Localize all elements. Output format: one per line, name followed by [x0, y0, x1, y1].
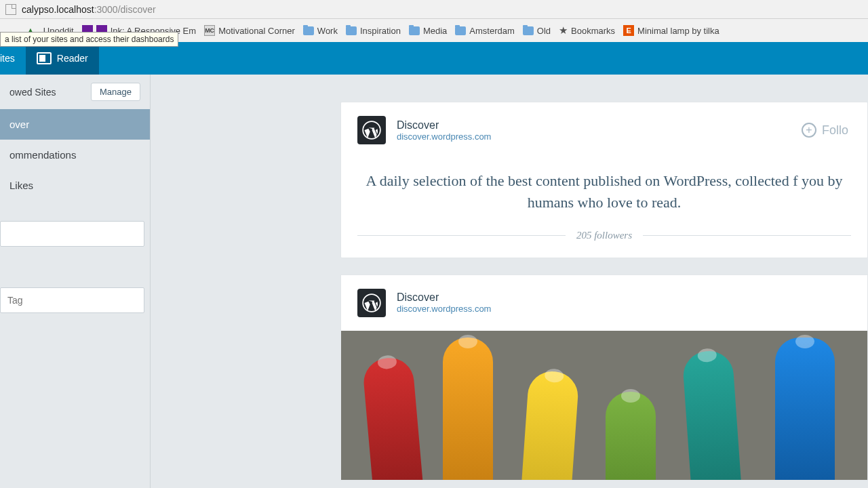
post-header: Discover discover.wordpress.com — [341, 275, 867, 331]
post-title: Discover — [397, 291, 491, 304]
follow-button[interactable]: + Follo — [802, 123, 851, 138]
sidebar-item-recommendations[interactable]: ommendations — [0, 140, 150, 170]
folder-icon — [455, 26, 466, 35]
bookmark-label: Work — [317, 26, 338, 36]
star-icon: ★ — [559, 24, 568, 37]
crayon-yellow — [519, 369, 579, 479]
post-featured-image — [341, 331, 867, 480]
main-content: Discover discover.wordpress.com + Follo … — [151, 75, 868, 488]
masterbar-reader[interactable]: Reader — [26, 42, 99, 75]
masterbar: ites Reader — [0, 42, 868, 75]
bookmark-label: Motivational Corner — [218, 26, 295, 36]
url-host: calypso.localhost — [22, 4, 94, 15]
crayon-green — [606, 392, 656, 480]
discover-url[interactable]: discover.wordpress.com — [397, 131, 491, 142]
bookmark-label: Bookmarks — [571, 26, 615, 36]
bookmarks-bar: a list of your sites and access their da… — [0, 19, 868, 42]
followers-count: 205 followers — [566, 230, 643, 241]
discover-description: A daily selection of the best content pu… — [341, 158, 867, 230]
mc-icon: MC — [204, 25, 215, 36]
followers-row: 205 followers — [341, 230, 867, 258]
sidebar-followed-header: owed Sites Manage — [0, 75, 150, 109]
discover-title: Discover — [397, 119, 491, 131]
sidebar-item-likes[interactable]: Likes — [0, 170, 150, 201]
plus-circle-icon: + — [802, 123, 816, 138]
sidebar-tag-input[interactable] — [0, 287, 144, 313]
sidebar-followed-label: owed Sites — [9, 87, 56, 98]
masterbar-my-sites[interactable]: ites — [0, 42, 26, 75]
crayon-blue — [775, 338, 835, 480]
folder-icon — [523, 26, 534, 35]
url-text: calypso.localhost:3000/discover — [22, 4, 156, 15]
masterbar-label: ites — [0, 53, 15, 64]
crayon-red — [362, 356, 425, 480]
url-path: :3000/discover — [94, 4, 156, 15]
bookmark-label: Inspiration — [360, 26, 401, 36]
bookmark-label: Media — [423, 26, 447, 36]
manage-button[interactable]: Manage — [91, 83, 140, 101]
bookmark-motivational[interactable]: MCMotivational Corner — [204, 25, 295, 36]
bookmark-label: Amsterdam — [469, 26, 514, 36]
folder-icon — [303, 26, 314, 35]
address-bar[interactable]: calypso.localhost:3000/discover — [0, 0, 868, 19]
bookmark-label: Minimal lamp by tilka — [637, 26, 719, 36]
bookmark-bookmarks[interactable]: ★Bookmarks — [559, 24, 615, 37]
folder-icon — [346, 26, 357, 35]
sidebar-search-wrap — [0, 221, 150, 247]
layout: owed Sites Manage over ommendations Like… — [0, 75, 868, 488]
bookmark-old[interactable]: Old — [523, 26, 551, 36]
masterbar-label: Reader — [57, 53, 88, 64]
wordpress-logo-icon — [357, 289, 386, 317]
tooltip: a list of your sites and access their da… — [0, 32, 178, 47]
bookmark-media[interactable]: Media — [409, 26, 447, 36]
sidebar-tag-wrap — [0, 287, 150, 313]
page-icon — [5, 4, 16, 15]
folder-icon — [409, 26, 420, 35]
divider — [357, 235, 566, 236]
etsy-icon: E — [623, 25, 634, 36]
wordpress-logo-icon — [357, 116, 386, 144]
sidebar-search-input[interactable] — [0, 221, 144, 247]
bookmark-inspiration[interactable]: Inspiration — [346, 26, 401, 36]
card-title-block: Discover discover.wordpress.com — [397, 119, 491, 142]
follow-label: Follo — [822, 123, 848, 138]
card-header: Discover discover.wordpress.com + Follo — [341, 102, 867, 158]
discover-header-card: Discover discover.wordpress.com + Follo … — [340, 102, 868, 258]
sidebar-item-discover[interactable]: over — [0, 109, 150, 140]
post-title-block: Discover discover.wordpress.com — [397, 291, 491, 314]
sidebar: owed Sites Manage over ommendations Like… — [0, 75, 151, 488]
divider — [643, 235, 851, 236]
post-url[interactable]: discover.wordpress.com — [397, 304, 491, 314]
bookmark-amsterdam[interactable]: Amsterdam — [455, 26, 514, 36]
post-card[interactable]: Discover discover.wordpress.com — [340, 274, 868, 481]
crayon-orange — [443, 338, 493, 480]
bookmark-minimal-lamp[interactable]: EMinimal lamp by tilka — [623, 25, 719, 36]
reader-icon — [37, 52, 52, 64]
bookmark-work[interactable]: Work — [303, 26, 338, 36]
crayon-teal — [682, 349, 742, 479]
bookmark-label: Old — [537, 26, 551, 36]
